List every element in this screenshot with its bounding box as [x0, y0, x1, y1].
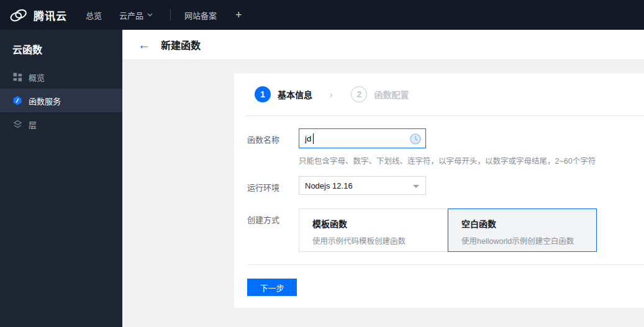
template-function-card[interactable]: 模板函数 使用示例代码模板创建函数	[299, 208, 448, 252]
back-arrow-icon[interactable]: ←	[138, 38, 150, 51]
nav-item-overview[interactable]: 总览	[86, 9, 102, 21]
nav-item-beian[interactable]: 网站备案	[184, 9, 217, 21]
creation-method-label: 创建方式	[247, 208, 299, 252]
brand-name: 腾讯云	[34, 7, 67, 23]
nav-divider	[170, 9, 171, 20]
function-name-hint: 只能包含字母、数字、下划线、连字符，以字母开头，以数字或字母结尾，2~60个字符	[299, 155, 596, 166]
form-divider	[247, 264, 644, 265]
nav-items: 总览 云产品 网站备案 +	[86, 9, 242, 21]
nav-item-products[interactable]: 云产品	[119, 9, 153, 21]
step-2-circle: 2	[351, 86, 367, 102]
page-title: 新建函数	[161, 37, 201, 52]
sidebar-item-overview[interactable]: 概览	[0, 65, 122, 89]
validation-pending-clock-icon	[410, 133, 421, 145]
creation-method-row: 创建方式 模板函数 使用示例代码模板创建函数 空白函数 使用helloworld…	[247, 208, 644, 252]
add-tab-icon[interactable]: +	[235, 9, 242, 20]
basic-info-form: 函数名称	[247, 116, 644, 296]
next-step-button[interactable]: 下一步	[247, 279, 297, 296]
sidebar-item-label: 函数服务	[29, 95, 61, 107]
step-separator-chevron-icon: ›	[329, 89, 333, 101]
function-name-input[interactable]	[299, 129, 425, 148]
runtime-label: 运行环境	[247, 176, 299, 195]
blank-function-title: 空白函数	[461, 217, 596, 230]
step-basic-info: 1 基本信息	[255, 86, 312, 102]
page-header: ← 新建函数	[122, 30, 644, 60]
step-1-label: 基本信息	[278, 88, 312, 101]
create-function-panel: 1 基本信息 › 2 函数配置 函数名称	[234, 73, 644, 308]
text-cursor	[313, 133, 314, 144]
main-area: ← 新建函数 1 基本信息 › 2 函数配置 函数名称	[122, 30, 644, 327]
cloud-logo-icon	[9, 8, 28, 22]
layers-icon	[12, 119, 22, 129]
sidebar-item-layers[interactable]: 层	[0, 112, 122, 136]
top-navbar: 腾讯云 总览 云产品 网站备案 +	[0, 0, 644, 30]
runtime-select[interactable]: Nodejs 12.16	[299, 176, 426, 195]
function-hexagon-icon	[12, 96, 22, 105]
grid-overview-icon	[12, 72, 22, 82]
step-2-label: 函数配置	[374, 88, 409, 101]
function-name-label: 函数名称	[247, 128, 299, 166]
creation-method-cards: 模板函数 使用示例代码模板创建函数 空白函数 使用helloworld示例创建空…	[299, 208, 597, 252]
runtime-row: 运行环境 Nodejs 12.16	[247, 176, 644, 195]
sidebar-item-label: 概览	[29, 71, 45, 83]
sidebar-item-label: 层	[29, 119, 37, 130]
function-name-input-box	[299, 128, 426, 148]
content-area: 1 基本信息 › 2 函数配置 函数名称	[122, 60, 644, 327]
function-name-row: 函数名称	[247, 128, 644, 166]
blank-function-card[interactable]: 空白函数 使用helloworld示例创建空白函数	[448, 208, 597, 252]
step-1-circle: 1	[255, 86, 271, 102]
template-function-desc: 使用示例代码模板创建函数	[312, 235, 447, 246]
runtime-selected-value: Nodejs 12.16	[305, 181, 353, 190]
tencent-cloud-logo[interactable]: 腾讯云	[9, 7, 67, 23]
blank-function-desc: 使用helloworld示例创建空白函数	[461, 235, 596, 246]
step-function-config: 2 函数配置	[351, 86, 409, 102]
template-function-title: 模板函数	[312, 217, 447, 230]
step-wizard: 1 基本信息 › 2 函数配置	[247, 73, 644, 116]
sidebar-item-function-service[interactable]: 函数服务	[0, 89, 122, 112]
sidebar: 云函数 概览 函数服务 层	[0, 30, 122, 327]
chevron-down-icon	[147, 13, 153, 17]
sidebar-title: 云函数	[0, 30, 122, 65]
select-caret-icon	[413, 185, 419, 188]
